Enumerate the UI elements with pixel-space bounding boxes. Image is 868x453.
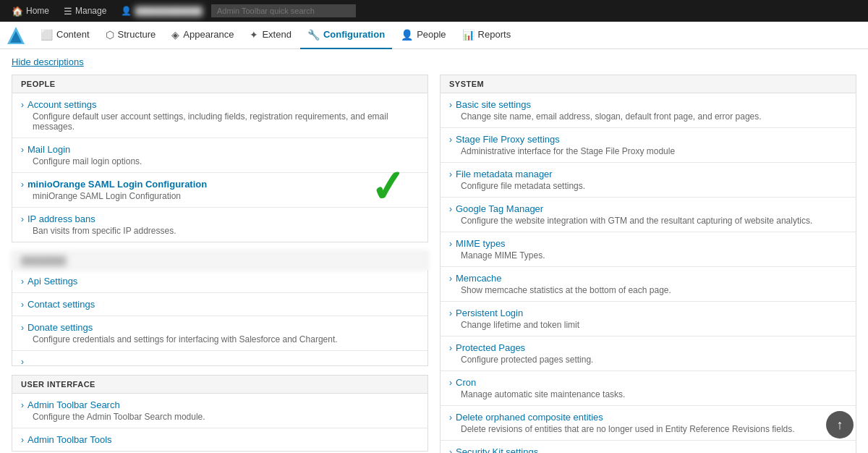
ui-settings-list: › Admin Toolbar Search Configure the Adm… — [12, 394, 428, 452]
persistent-login-link[interactable]: Persistent Login — [456, 308, 523, 318]
orphaned-entities-link[interactable]: Delete orphaned composite entities — [456, 412, 603, 423]
api-settings-title: › Api Settings — [21, 276, 419, 287]
orphaned-entities-item: › Delete orphaned composite entities Del… — [441, 406, 856, 441]
bullet-icon: › — [449, 239, 452, 249]
people-icon: 👤 — [401, 29, 413, 41]
api-settings-link[interactable]: Api Settings — [27, 276, 77, 287]
nav-people[interactable]: 👤 People — [393, 22, 453, 49]
bullet-icon: › — [449, 412, 452, 423]
account-settings-item: › Account settings Configure default use… — [12, 93, 427, 138]
bullet-icon: › — [449, 169, 452, 179]
appearance-icon: ◈ — [171, 29, 179, 41]
nav-structure[interactable]: ⬡ Structure — [98, 22, 163, 49]
toolbar-tools-title: › Admin Toolbar Tools — [21, 434, 419, 445]
bullet-icon: › — [21, 145, 24, 155]
basic-site-desc: Change site name, email address, slogan,… — [461, 111, 847, 122]
basic-site-link[interactable]: Basic site settings — [456, 99, 531, 110]
mail-login-title: › Mail Login — [21, 144, 419, 155]
structure-icon: ⬡ — [106, 29, 114, 41]
protected-pages-link[interactable]: Protected Pages — [456, 342, 525, 353]
nav-reports[interactable]: 📊 Reports — [455, 22, 519, 49]
ui-section: USER INTERFACE › Admin Toolbar Search Co… — [12, 375, 428, 452]
nav-extend[interactable]: ✦ Extend — [242, 22, 298, 49]
toolbar-search-link[interactable]: Admin Toolbar Search — [27, 399, 120, 410]
persistent-login-item: › Persistent Login Change lifetime and t… — [441, 302, 856, 336]
system-settings-list: › Basic site settings Change site name, … — [440, 93, 856, 453]
saml-link[interactable]: minioOrange SAML Login Configuration — [27, 179, 207, 190]
bullet-icon: › — [449, 308, 452, 318]
hide-descriptions-link[interactable]: Hide descriptions — [12, 56, 84, 67]
nav-content[interactable]: ⬜ Content — [33, 22, 97, 49]
memcache-item: › Memcache Show memcache statistics at t… — [441, 267, 856, 302]
right-column: SYSTEM › Basic site settings Change site… — [440, 75, 856, 453]
bullet-icon: › — [449, 204, 452, 214]
account-settings-link[interactable]: Account settings — [27, 99, 96, 110]
gtm-desc: Configure the website integration with G… — [461, 216, 847, 226]
ip-bans-item: › IP address bans Ban visits from specif… — [12, 208, 427, 242]
bullet-icon: › — [21, 179, 24, 190]
scroll-top-button[interactable]: ↑ — [826, 411, 854, 439]
nav-appearance[interactable]: ◈ Appearance — [164, 22, 241, 49]
home-icon: 🏠 — [12, 6, 23, 17]
ip-bans-title: › IP address bans — [21, 213, 419, 224]
ip-bans-desc: Ban visits from specific IP addresses. — [33, 226, 419, 236]
user-menu[interactable]: 👤 ████████████ — [115, 6, 208, 16]
people-section-header: PEOPLE — [12, 75, 428, 93]
cron-desc: Manage automatic site maintenance tasks. — [461, 389, 847, 399]
main-columns: PEOPLE › Account settings Configure defa… — [12, 75, 856, 453]
menu-icon: ☰ — [64, 6, 72, 17]
memcache-link[interactable]: Memcache — [456, 273, 502, 284]
bullet-icon: › — [21, 214, 24, 224]
cron-link[interactable]: Cron — [456, 377, 476, 388]
user-icon: 👤 — [121, 6, 132, 16]
security-kit-link[interactable]: Security Kit settings — [456, 446, 538, 453]
admin-bar: 🏠 Home ☰ Manage 👤 ████████████ — [0, 0, 868, 22]
file-metadata-desc: Configure file metadata settings. — [461, 181, 847, 191]
system-section-header: SYSTEM — [440, 75, 856, 93]
mail-login-item: › Mail Login Configure mail login option… — [12, 138, 427, 173]
reports-icon: 📊 — [462, 29, 475, 41]
file-metadata-link[interactable]: File metadata manager — [456, 169, 553, 179]
stage-file-item: › Stage File Proxy settings Administrati… — [441, 128, 856, 163]
mail-login-link[interactable]: Mail Login — [27, 144, 70, 155]
extend-icon: ✦ — [250, 29, 258, 41]
toolbar-tools-item: › Admin Toolbar Tools — [12, 428, 427, 451]
contact-settings-link[interactable]: Contact settings — [27, 299, 95, 310]
gtm-link[interactable]: Google Tag Manager — [456, 203, 543, 214]
mail-login-desc: Configure mail login options. — [33, 156, 419, 166]
security-kit-item: › Security Kit settings Manage Security … — [441, 441, 856, 453]
persistent-login-desc: Change lifetime and token limit — [461, 320, 847, 330]
nav-configuration[interactable]: 🔧 Configuration — [300, 22, 392, 49]
contact-settings-item: › Contact settings — [12, 293, 427, 316]
stage-file-desc: Administrative interface for the Stage F… — [461, 146, 847, 156]
bullet-icon: › — [449, 135, 452, 145]
bullet-icon: › — [449, 343, 452, 353]
mime-types-item: › MIME types Manage MIME Types. — [441, 232, 856, 267]
content-icon: ⬜ — [41, 29, 53, 41]
manage-link[interactable]: ☰ Manage — [58, 0, 112, 22]
stage-file-link[interactable]: Stage File Proxy settings — [456, 134, 560, 145]
file-metadata-item: › File metadata manager Configure file m… — [441, 163, 856, 198]
subgroup-header: ████████ — [12, 251, 428, 270]
basic-site-item: › Basic site settings Change site name, … — [441, 93, 856, 128]
saml-item: › minioOrange SAML Login Configuration m… — [12, 173, 427, 208]
account-settings-desc: Configure default user account settings,… — [33, 111, 419, 132]
mime-types-link[interactable]: MIME types — [456, 238, 506, 249]
page-content: Hide descriptions PEOPLE › Account setti… — [0, 49, 868, 453]
donate-settings-link[interactable]: Donate settings — [27, 322, 93, 333]
bullet-icon: › — [21, 323, 24, 333]
admin-search-input[interactable] — [211, 4, 356, 17]
bullet-icon: › — [449, 274, 452, 284]
home-link[interactable]: 🏠 Home — [6, 0, 55, 22]
toolbar-search-desc: Configure the Admin Toolbar Search modul… — [33, 412, 419, 422]
toolbar-tools-link[interactable]: Admin Toolbar Tools — [27, 434, 112, 445]
ip-bans-link[interactable]: IP address bans — [27, 213, 95, 224]
gtm-item: › Google Tag Manager Configure the websi… — [441, 198, 856, 232]
bullet-icon: › — [21, 300, 24, 310]
toolbar-search-item: › Admin Toolbar Search Configure the Adm… — [12, 394, 427, 428]
account-settings-title: › Account settings — [21, 99, 419, 110]
bullet-icon: › — [21, 400, 24, 410]
bullet-icon: › — [21, 357, 24, 365]
bullet-icon: › — [449, 100, 452, 110]
toolbar-search-title: › Admin Toolbar Search — [21, 399, 419, 410]
